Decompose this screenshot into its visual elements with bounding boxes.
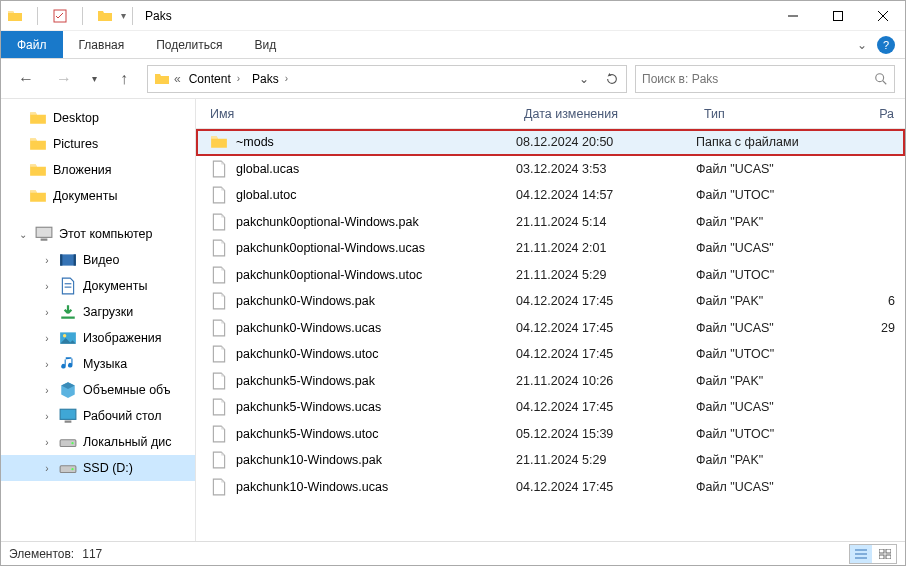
forward-button[interactable]: → — [49, 65, 79, 93]
file-row[interactable]: pakchunk10-Windows.ucas04.12.2024 17:45Ф… — [196, 474, 905, 501]
file-name: pakchunk0-Windows.ucas — [236, 321, 381, 335]
chevron-right-icon[interactable]: › — [41, 411, 53, 422]
file-row[interactable]: pakchunk5-Windows.pak21.11.2024 10:26Фай… — [196, 368, 905, 395]
tab-view[interactable]: Вид — [238, 31, 292, 58]
file-type: Файл "UCAS" — [696, 480, 856, 494]
file-row[interactable]: pakchunk5-Windows.utoc05.12.2024 15:39Фа… — [196, 421, 905, 448]
file-list[interactable]: ~mods08.12.2024 20:50Папка с файламиglob… — [196, 129, 905, 541]
file-row[interactable]: pakchunk10-Windows.pak21.11.2024 5:29Фай… — [196, 447, 905, 474]
chevron-down-icon[interactable]: ⌄ — [17, 229, 29, 240]
address-dropdown-icon[interactable]: ⌄ — [572, 67, 596, 91]
sidebar-item[interactable]: ›Объемные объ — [1, 377, 195, 403]
file-row[interactable]: pakchunk0optional-Windows.pak21.11.2024 … — [196, 209, 905, 236]
folder-icon — [29, 135, 47, 153]
svg-point-22 — [71, 468, 73, 470]
svg-rect-7 — [36, 227, 52, 237]
search-icon[interactable] — [874, 72, 888, 86]
folder-row[interactable]: ~mods08.12.2024 20:50Папка с файлами — [196, 129, 905, 156]
chevron-right-icon[interactable]: › — [41, 463, 53, 474]
ribbon-expand-icon[interactable]: ⌄ — [857, 38, 867, 52]
back-button[interactable]: ← — [11, 65, 41, 93]
chevron-right-icon[interactable]: › — [41, 385, 53, 396]
sidebar-item-label: Объемные объ — [83, 383, 171, 397]
sidebar-item[interactable]: ›SSD (D:) — [1, 455, 195, 481]
up-button[interactable]: ↑ — [109, 65, 139, 93]
disk-icon — [59, 459, 77, 477]
downloads-icon — [59, 303, 77, 321]
search-box[interactable] — [635, 65, 895, 93]
tab-home[interactable]: Главная — [63, 31, 141, 58]
sidebar-item[interactable]: Вложения — [1, 157, 195, 183]
file-row[interactable]: pakchunk5-Windows.ucas04.12.2024 17:45Фа… — [196, 394, 905, 421]
file-type: Файл "UCAS" — [696, 400, 856, 414]
chevron-right-icon[interactable]: › — [41, 307, 53, 318]
search-input[interactable] — [642, 72, 868, 86]
breadcrumb[interactable]: Paks› — [248, 72, 292, 86]
sidebar-item[interactable]: Pictures — [1, 131, 195, 157]
sidebar-item[interactable]: ›Рабочий стол — [1, 403, 195, 429]
file-row[interactable]: pakchunk0-Windows.pak04.12.2024 17:45Фай… — [196, 288, 905, 315]
file-row[interactable]: pakchunk0optional-Windows.ucas21.11.2024… — [196, 235, 905, 262]
file-type: Файл "UTOC" — [696, 188, 856, 202]
address-bar[interactable]: « Content› Paks› ⌄ — [147, 65, 627, 93]
file-row[interactable]: pakchunk0-Windows.utoc04.12.2024 17:45Фа… — [196, 341, 905, 368]
column-header-name[interactable]: Имя — [196, 107, 516, 121]
file-date: 21.11.2024 10:26 — [516, 374, 696, 388]
sidebar-item[interactable]: ›Загрузки — [1, 299, 195, 325]
recent-dropdown-icon[interactable]: ▾ — [87, 65, 101, 93]
column-header-date[interactable]: Дата изменения — [516, 107, 696, 121]
sidebar-item-label: Локальный дис — [83, 435, 172, 449]
file-name: pakchunk0-Windows.pak — [236, 294, 375, 308]
file-name: pakchunk5-Windows.ucas — [236, 400, 381, 414]
tab-share[interactable]: Поделиться — [140, 31, 238, 58]
quick-access-toolbar: ▾ — [7, 7, 126, 25]
column-header-type[interactable]: Тип — [696, 107, 856, 121]
sidebar-item[interactable]: ›Изображения — [1, 325, 195, 351]
qat-dropdown-icon[interactable]: ▾ — [121, 10, 126, 21]
sidebar-item[interactable]: ›Музыка — [1, 351, 195, 377]
chevron-right-icon[interactable]: › — [41, 437, 53, 448]
file-date: 21.11.2024 5:29 — [516, 268, 696, 282]
sidebar-item[interactable]: ›Документы — [1, 273, 195, 299]
refresh-button[interactable] — [600, 67, 624, 91]
breadcrumb[interactable]: Content› — [185, 72, 244, 86]
file-row[interactable]: global.ucas03.12.2024 3:53Файл "UCAS" — [196, 156, 905, 183]
chevron-right-icon[interactable]: › — [41, 359, 53, 370]
tab-file[interactable]: Файл — [1, 31, 63, 58]
file-icon — [210, 319, 228, 337]
maximize-button[interactable] — [815, 1, 860, 31]
images-icon — [59, 329, 77, 347]
sidebar-item-label: Рабочий стол — [83, 409, 161, 423]
file-name: pakchunk0-Windows.utoc — [236, 347, 378, 361]
help-icon[interactable]: ? — [877, 36, 895, 54]
close-button[interactable] — [860, 1, 905, 31]
chevron-right-icon[interactable]: › — [41, 281, 53, 292]
file-row[interactable]: global.utoc04.12.2024 14:57Файл "UTOC" — [196, 182, 905, 209]
sidebar-item[interactable]: Desktop — [1, 105, 195, 131]
file-type: Файл "UCAS" — [696, 321, 856, 335]
properties-icon[interactable] — [52, 8, 68, 24]
chevron-right-icon[interactable]: › — [41, 333, 53, 344]
column-header-size[interactable]: Ра — [856, 107, 905, 121]
file-icon — [210, 425, 228, 443]
view-details-button[interactable] — [850, 545, 872, 563]
sidebar-item-thispc[interactable]: ⌄Этот компьютер — [1, 221, 195, 247]
sidebar-item[interactable]: ›Локальный дис — [1, 429, 195, 455]
svg-rect-14 — [61, 317, 75, 319]
view-thumbnails-button[interactable] — [874, 545, 896, 563]
svg-rect-29 — [886, 555, 891, 559]
file-icon — [210, 213, 228, 231]
file-row[interactable]: pakchunk0-Windows.ucas04.12.2024 17:45Фа… — [196, 315, 905, 342]
navigation-pane[interactable]: DesktopPicturesВложенияДокументы ⌄Этот к… — [1, 99, 196, 541]
chevron-right-icon[interactable]: › — [41, 255, 53, 266]
svg-rect-26 — [879, 549, 884, 553]
file-date: 04.12.2024 17:45 — [516, 400, 696, 414]
file-name: ~mods — [236, 135, 274, 149]
file-row[interactable]: pakchunk0optional-Windows.utoc21.11.2024… — [196, 262, 905, 289]
svg-rect-2 — [833, 11, 842, 20]
minimize-button[interactable] — [770, 1, 815, 31]
sidebar-item[interactable]: ›Видео — [1, 247, 195, 273]
file-name: pakchunk10-Windows.pak — [236, 453, 382, 467]
sidebar-item[interactable]: Документы — [1, 183, 195, 209]
column-headers: Имя Дата изменения Тип Ра — [196, 99, 905, 129]
